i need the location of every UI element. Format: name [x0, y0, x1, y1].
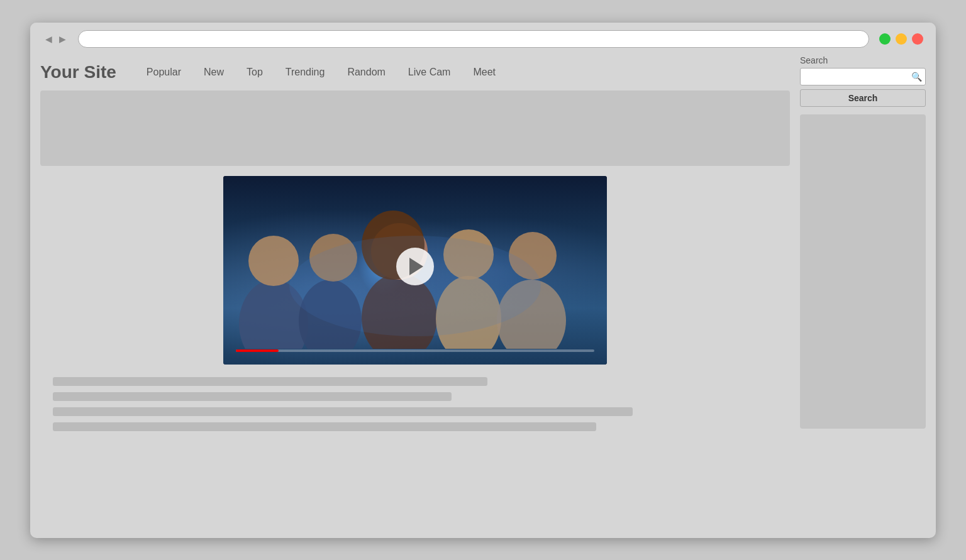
- minimize-button[interactable]: [896, 33, 907, 45]
- forward-arrow[interactable]: ▶: [57, 33, 68, 45]
- nav-arrows: ◀ ▶: [43, 33, 68, 45]
- video-container: [40, 176, 790, 365]
- nav-item-top[interactable]: Top: [235, 62, 274, 83]
- video-player[interactable]: [223, 176, 607, 365]
- ad-banner: [40, 91, 790, 166]
- search-button[interactable]: Search: [800, 89, 926, 107]
- play-button[interactable]: [396, 248, 434, 285]
- close-button[interactable]: [912, 33, 923, 45]
- nav-menu: Popular New Top Trending Random Live Cam…: [135, 62, 507, 83]
- desc-line-4: [53, 422, 596, 431]
- title-bar: ◀ ▶: [30, 23, 936, 55]
- window-controls: [879, 33, 923, 45]
- maximize-button[interactable]: [879, 33, 891, 45]
- search-icon[interactable]: 🔍: [911, 72, 922, 82]
- play-icon: [409, 258, 423, 275]
- nav-item-meet[interactable]: Meet: [462, 62, 507, 83]
- search-input[interactable]: [800, 68, 926, 85]
- description-lines: [40, 377, 790, 431]
- nav-item-livecam[interactable]: Live Cam: [397, 62, 462, 83]
- main-layout: Your Site Popular New Top Trending Rando…: [30, 55, 936, 447]
- nav-item-popular[interactable]: Popular: [135, 62, 192, 83]
- address-bar[interactable]: [78, 30, 869, 48]
- search-label: Search: [800, 55, 926, 65]
- site-header: Your Site Popular New Top Trending Rando…: [40, 55, 790, 91]
- desc-line-3: [53, 407, 633, 416]
- desc-line-1: [53, 377, 487, 386]
- desc-line-2: [53, 392, 452, 401]
- progress-fill: [236, 349, 279, 352]
- search-input-wrap: 🔍: [800, 68, 926, 85]
- sidebar: Search 🔍 Search: [800, 55, 926, 437]
- nav-item-trending[interactable]: Trending: [274, 62, 336, 83]
- browser-window: ◀ ▶ Your Site Popular New Top Trending R…: [30, 23, 936, 538]
- video-thumbnail: [223, 176, 607, 365]
- video-progress-bar[interactable]: [236, 349, 594, 352]
- nav-item-random[interactable]: Random: [336, 62, 396, 83]
- search-section: Search 🔍 Search: [800, 55, 926, 107]
- sidebar-ad: [800, 114, 926, 429]
- nav-item-new[interactable]: New: [192, 62, 235, 83]
- content-area: Your Site Popular New Top Trending Rando…: [40, 55, 790, 437]
- site-logo[interactable]: Your Site: [40, 62, 116, 82]
- back-arrow[interactable]: ◀: [43, 33, 54, 45]
